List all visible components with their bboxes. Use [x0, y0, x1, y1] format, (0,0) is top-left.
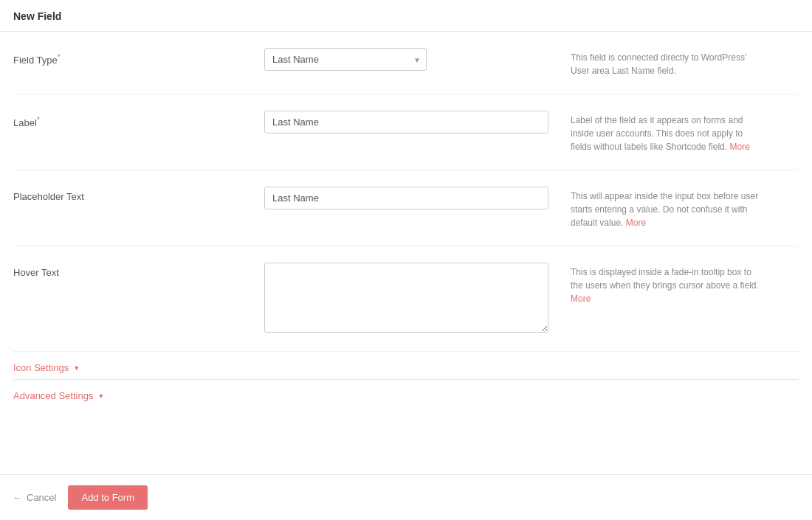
back-arrow-icon: ← [13, 493, 22, 503]
field-type-required: * [58, 52, 61, 61]
form-body: Field Type* Last Name ▼ This field is co… [0, 32, 812, 407]
field-type-label-col: Field Type* [13, 48, 264, 66]
placeholder-hint: This will appear inside the input box be… [548, 187, 763, 229]
icon-settings-section: Icon Settings ▼ [13, 352, 799, 379]
field-type-select-value: Last Name [272, 54, 319, 65]
hover-text-more-link[interactable]: More [571, 294, 591, 304]
label-more-link[interactable]: More [729, 142, 749, 152]
placeholder-input-col [264, 187, 548, 209]
icon-settings-label: Icon Settings [13, 362, 69, 373]
page-wrapper: New Field Field Type* Last Name ▼ This f… [0, 0, 812, 520]
page-header: New Field [0, 0, 812, 32]
field-type-label: Field Type* [13, 55, 61, 66]
page-title: New Field [13, 10, 61, 22]
placeholder-label-col: Placeholder Text [13, 187, 264, 202]
field-type-row: Field Type* Last Name ▼ This field is co… [13, 32, 799, 94]
field-type-select[interactable]: Last Name [264, 48, 427, 71]
cancel-link[interactable]: ← Cancel [13, 492, 56, 503]
hover-text-hint: This is displayed inside a fade-in toolt… [548, 263, 763, 305]
placeholder-text-input[interactable] [264, 187, 548, 209]
field-type-input-col: Last Name ▼ [264, 48, 548, 71]
label-input[interactable] [264, 111, 548, 134]
hover-text-field-label: Hover Text [13, 267, 59, 278]
advanced-settings-header[interactable]: Advanced Settings ▼ [13, 390, 799, 401]
hover-text-textarea[interactable] [264, 263, 548, 333]
advanced-settings-arrow-icon: ▼ [97, 392, 104, 400]
icon-settings-arrow-icon: ▼ [73, 364, 80, 372]
field-type-select-wrapper[interactable]: Last Name ▼ [264, 48, 427, 71]
hover-text-row: Hover Text This is displayed inside a fa… [13, 246, 799, 352]
label-input-col [264, 111, 548, 134]
field-type-hint: This field is connected directly to Word… [548, 48, 763, 77]
hover-text-label-col: Hover Text [13, 263, 264, 278]
advanced-settings-section: Advanced Settings ▼ [13, 380, 799, 407]
label-label-col: Label* [13, 111, 264, 128]
advanced-settings-label: Advanced Settings [13, 390, 93, 401]
cancel-label: Cancel [27, 492, 56, 503]
label-required: * [37, 115, 40, 124]
placeholder-text-row: Placeholder Text This will appear inside… [13, 170, 799, 246]
placeholder-more-link[interactable]: More [626, 218, 646, 228]
label-field-label: Label* [13, 117, 40, 128]
label-row: Label* Label of the field as it appears … [13, 94, 799, 170]
icon-settings-header[interactable]: Icon Settings ▼ [13, 362, 799, 373]
add-to-form-button[interactable]: Add to Form [68, 485, 148, 510]
page-footer: ← Cancel Add to Form [0, 474, 812, 520]
label-hint: Label of the field as it appears on form… [548, 111, 763, 153]
hover-text-input-col [264, 263, 548, 335]
placeholder-field-label: Placeholder Text [13, 191, 84, 202]
